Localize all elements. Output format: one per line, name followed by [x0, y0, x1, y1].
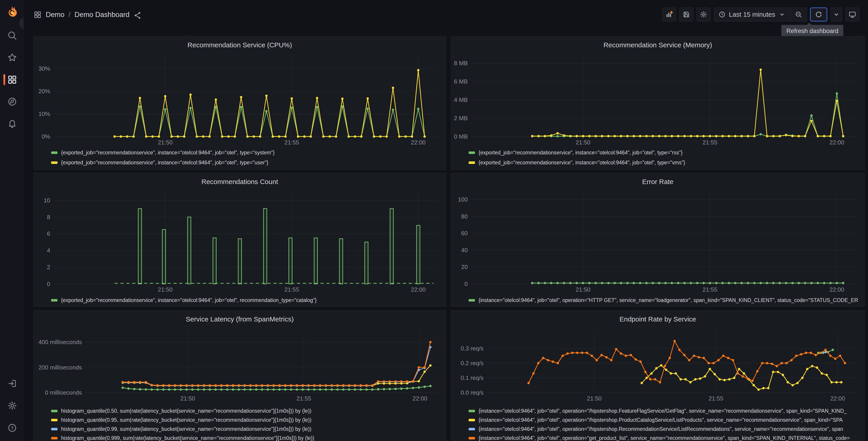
breadcrumb-root[interactable]: Demo — [46, 11, 64, 19]
alerting-bell-icon[interactable] — [7, 118, 17, 128]
legend-label: {exported_job="recommendationservice", i… — [61, 297, 316, 303]
legend-item[interactable]: {exported_job="recommendationservice", i… — [51, 148, 443, 157]
svg-text:10: 10 — [44, 197, 50, 204]
svg-text:0%: 0% — [42, 133, 50, 140]
breadcrumb-current: Demo Dashboard — [74, 11, 129, 19]
legend-swatch — [469, 428, 475, 430]
svg-text:21:55: 21:55 — [284, 139, 299, 146]
add-panel-button[interactable] — [662, 7, 676, 22]
panel-error-rate: 02040608010021:5021:5522:00 Error Rate {… — [451, 173, 865, 307]
svg-text:21:50: 21:50 — [158, 139, 173, 146]
svg-text:40: 40 — [461, 247, 468, 254]
legend-item[interactable]: histogram_quantile(0.95, sum(rate(latenc… — [51, 415, 443, 424]
header: Demo / Demo Dashboard Last 15 minutes — [24, 0, 868, 29]
legend-item[interactable]: {exported_job="recommendationservice", i… — [51, 295, 443, 305]
settings-gear-icon[interactable] — [7, 401, 17, 411]
legend-swatch — [51, 419, 58, 421]
svg-text:4 MB: 4 MB — [454, 96, 468, 103]
legend-label: {instance="otelcol:9464", job="otel", op… — [478, 417, 843, 423]
legend-item[interactable]: {instance="otelcol:9464", job="otel", op… — [469, 434, 862, 441]
svg-text:0: 0 — [465, 281, 468, 287]
dashboard-settings-button[interactable] — [696, 7, 711, 22]
legend-swatch — [51, 151, 58, 154]
svg-text:21:55: 21:55 — [703, 139, 717, 146]
legend-item[interactable]: {exported_job="recommendationservice", i… — [469, 157, 862, 168]
share-icon[interactable] — [133, 11, 140, 18]
panel-title[interactable]: Endpoint Rate by Service — [451, 315, 865, 323]
svg-text:22:00: 22:00 — [412, 395, 427, 402]
svg-text:2 MB: 2 MB — [454, 115, 468, 122]
svg-text:0 MB: 0 MB — [454, 133, 468, 140]
svg-text:200 milliseconds: 200 milliseconds — [38, 364, 82, 371]
refresh-interval-dropdown[interactable] — [831, 7, 842, 22]
svg-text:8: 8 — [47, 214, 50, 220]
legend-item[interactable]: {instance="otelcol:9464", job="otel", op… — [469, 415, 862, 424]
svg-text:100: 100 — [458, 196, 468, 203]
svg-text:22:00: 22:00 — [830, 286, 844, 293]
refresh-dashboard-button[interactable] — [810, 7, 827, 22]
legend-swatch — [51, 437, 58, 439]
legend-item[interactable]: histogram_quantile(0.50, sum(rate(latenc… — [51, 406, 443, 415]
legend-item[interactable]: histogram_quantile(0.999, sum(rate(laten… — [51, 434, 443, 441]
legend-item[interactable]: {instance="otelcol:9464", job="otel", op… — [469, 406, 862, 415]
breadcrumb: Demo / Demo Dashboard — [33, 0, 140, 29]
error-rate-chart[interactable]: 02040608010021:5021:5522:00 — [451, 173, 865, 307]
legend-swatch — [469, 437, 475, 439]
svg-text:0.0 req/s: 0.0 req/s — [461, 389, 484, 396]
legend-label: histogram_quantile(0.95, sum(rate(latenc… — [61, 417, 311, 423]
time-range-picker[interactable]: Last 15 minutes — [714, 8, 790, 21]
panel-memory: 0 MB2 MB4 MB6 MB8 MB21:5021:5522:00 Reco… — [451, 36, 865, 170]
panel-title[interactable]: Recommendation Service (Memory) — [451, 41, 865, 49]
svg-text:4: 4 — [47, 247, 50, 254]
svg-text:22:00: 22:00 — [411, 139, 426, 146]
legend-label: {exported_job="recommendationservice", i… — [61, 159, 268, 166]
panel-title[interactable]: Error Rate — [451, 178, 865, 186]
legend-label: histogram_quantile(0.999, sum(rate(laten… — [61, 435, 314, 441]
search-icon[interactable] — [7, 31, 17, 40]
legend-swatch — [469, 410, 475, 412]
sign-in-icon[interactable] — [7, 379, 17, 388]
help-icon[interactable]: ? — [7, 423, 17, 433]
panel-title[interactable]: Service Latency (from SpanMetrics) — [33, 315, 446, 323]
svg-text:80: 80 — [461, 213, 468, 220]
svg-text:60: 60 — [461, 230, 468, 237]
legend-label: {instance="otelcol:9464", job="otel", op… — [478, 426, 843, 432]
legend-item[interactable]: {exported_job="recommendationservice", i… — [469, 148, 862, 157]
legend-label: {instance="otelcol:9464", job="otel", op… — [478, 435, 850, 441]
svg-text:8 MB: 8 MB — [454, 60, 468, 66]
svg-text:0.1 req/s: 0.1 req/s — [461, 375, 484, 381]
recommendations-count-chart[interactable]: 024681021:5021:5522:00 — [33, 173, 446, 307]
legend-swatch — [51, 299, 58, 301]
svg-text:?: ? — [11, 425, 13, 431]
legend-swatch — [469, 151, 475, 154]
dashboards-grid-icon — [33, 11, 42, 19]
save-dashboard-button[interactable] — [679, 7, 693, 22]
explore-compass-icon[interactable] — [7, 97, 17, 107]
svg-text:21:50: 21:50 — [576, 139, 590, 146]
svg-text:20: 20 — [461, 264, 468, 270]
legend-label: {exported_job="recommendationservice", i… — [478, 150, 683, 156]
svg-text:0 milliseconds: 0 milliseconds — [45, 389, 82, 396]
time-controls-group: Last 15 minutes — [714, 7, 807, 22]
chevron-down-icon — [833, 11, 840, 18]
svg-text:6 MB: 6 MB — [454, 78, 468, 85]
dashboards-icon[interactable] — [7, 75, 17, 85]
grafana-logo[interactable] — [6, 5, 19, 19]
svg-text:21:55: 21:55 — [703, 286, 717, 293]
legend-item[interactable]: {instance="otelcol:9464", job="otel", op… — [469, 295, 862, 305]
panel-title[interactable]: Recommendations Count — [33, 178, 446, 186]
legend-swatch — [469, 299, 475, 301]
panel-recommendations-count: 024681021:5021:5522:00 Recommendations C… — [33, 173, 446, 307]
legend-item[interactable]: histogram_quantile(0.99, sum(rate(latenc… — [51, 424, 443, 434]
legend-item[interactable]: {exported_job="recommendationservice", i… — [51, 157, 443, 168]
panel-title[interactable]: Recommendation Service (CPU%) — [33, 41, 446, 49]
svg-text:0.3 req/s: 0.3 req/s — [461, 345, 484, 352]
toolbar: Last 15 minutes — [662, 7, 859, 22]
zoom-out-button[interactable] — [790, 8, 807, 21]
svg-text:21:55: 21:55 — [284, 286, 299, 293]
star-icon[interactable] — [7, 53, 17, 62]
kiosk-mode-button[interactable] — [845, 7, 859, 22]
panel-service-latency: 0 milliseconds200 milliseconds400 millis… — [33, 310, 446, 441]
active-indicator — [3, 74, 5, 85]
legend-item[interactable]: {instance="otelcol:9464", job="otel", op… — [469, 424, 862, 434]
